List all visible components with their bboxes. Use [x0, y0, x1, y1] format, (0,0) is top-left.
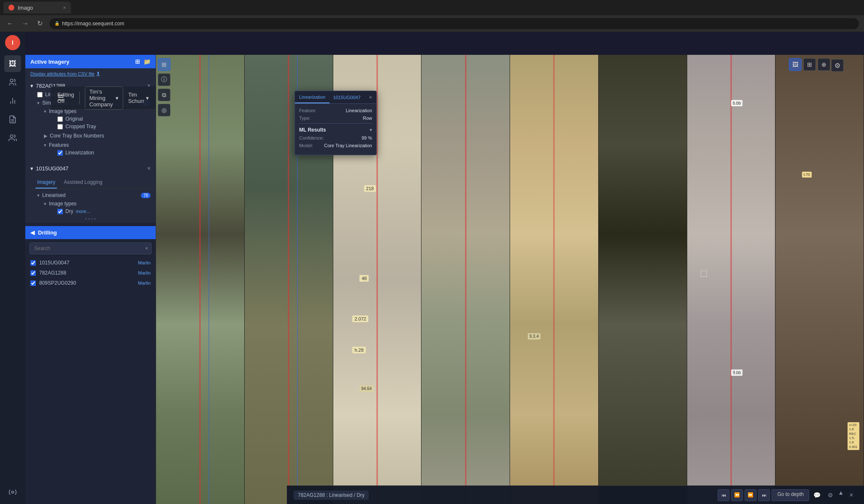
panel-icon-table[interactable]: ⊞ [135, 58, 140, 65]
left-viewer-toolbar: ⊞ ⓘ ⧉ ◎ [156, 55, 172, 120]
sidebar-item-users[interactable] [4, 74, 21, 91]
drill-checkbox-809[interactable] [30, 280, 36, 286]
sidebar-item-team[interactable] [4, 129, 21, 146]
bar-close-button[interactable]: × [845, 489, 857, 501]
nav-next-fast-button[interactable]: ⏩ [745, 489, 756, 501]
simple-core-tray-expand-icon[interactable]: ▾ [37, 100, 40, 106]
features-row[interactable]: ▾ Features [44, 141, 151, 149]
core-column-7: b.bb 9.bb [687, 55, 776, 504]
core-tray-box-label: Core Tray Box Numbers [50, 133, 104, 139]
header-right: Editing Off Tim's Mining Company ▾ Tim S… [57, 86, 149, 110]
core-tray-box-row[interactable]: ▶ Core Tray Box Numbers [44, 132, 151, 140]
depth-label-218: 218 [364, 185, 376, 192]
forward-button[interactable]: → [20, 18, 30, 29]
core-images-container: 218 48 2.072 h.28 94.64 9.3.4 b.b [156, 55, 864, 504]
company-chevron-icon: ▾ [116, 95, 119, 101]
layers-button[interactable]: ⧉ [158, 89, 170, 101]
cropped-tray-checkbox[interactable] [57, 124, 63, 129]
borehole-name-1015: ▾ 1015UG0047 [30, 165, 68, 172]
popup-confidence-value: 99 % [362, 135, 372, 140]
refresh-button[interactable]: ↻ [35, 18, 44, 29]
image-view-button[interactable]: 🖼 [789, 58, 802, 71]
popup-expand-icon[interactable]: ▾ [370, 127, 372, 133]
svg-point-6 [10, 135, 13, 138]
popup-confidence-row: Confidence: 99 % [299, 135, 372, 140]
lock-icon: 🔒 [54, 21, 59, 26]
core-image-4 [421, 55, 510, 504]
original-checkbox[interactable] [57, 116, 63, 122]
core-tray-expand-icon[interactable]: ▶ [44, 133, 47, 139]
borehole-close-button-1015[interactable]: × [147, 165, 151, 172]
sidebar-item-settings[interactable] [4, 484, 21, 501]
drag-dot [85, 218, 87, 220]
image-types-1015-label: Image types [49, 201, 76, 207]
goto-depth-button[interactable]: Go to depth [772, 489, 809, 501]
drilling-header[interactable]: ◀ Drilling [25, 226, 156, 239]
popup-type-row: Type: Row [299, 116, 372, 121]
header-bar: ☰ Editing Off Tim's Mining Company ▾ Tim… [51, 86, 156, 110]
csv-link[interactable]: Display attributes from CSV file ⬆ [25, 68, 156, 79]
viewer-settings-button[interactable]: ⚙ [831, 59, 844, 72]
core-column-6 [599, 55, 687, 504]
bar-comment-icon[interactable]: 💬 [811, 489, 823, 501]
bar-settings-icon[interactable]: ⚙ [824, 489, 836, 501]
panel-icon-folder[interactable]: 📁 [143, 58, 151, 65]
address-bar[interactable]: 🔒 https://imago.seequent.com [49, 18, 859, 29]
user-menu-button[interactable]: Tim Schurr ▾ [128, 92, 149, 104]
popup-borehole-id: 1015UG0047 [329, 92, 364, 103]
nav-first-button[interactable]: ⏮ [718, 489, 729, 501]
search-clear-icon[interactable]: × [145, 245, 148, 251]
drill-checkbox-1015[interactable] [30, 260, 36, 266]
menu-button[interactable]: ☰ [57, 93, 64, 102]
nav-last-button[interactable]: ⏭ [758, 489, 770, 501]
depth-label-notes: x=201.8REC1.5-1.80.901 [848, 422, 859, 450]
features-section: ▾ Features Linearization [37, 140, 151, 157]
popup-close-button[interactable]: × [364, 91, 376, 103]
company-selector[interactable]: Tim's Mining Company ▾ [85, 86, 123, 110]
grid-view-button[interactable]: ⊞ [803, 58, 816, 71]
nav-prev-fast-button[interactable]: ⏪ [731, 489, 743, 501]
csv-upload-icon: ⬆ [96, 71, 100, 76]
tab-close-button[interactable]: × [63, 5, 66, 10]
user-name: Tim Schurr [128, 92, 144, 104]
globe-view-button[interactable]: ⊕ [818, 58, 830, 71]
brain-button[interactable]: ◎ [158, 104, 170, 116]
table-view-button[interactable]: ⊞ [158, 58, 170, 71]
csv-link-text: Display attributes from CSV file [30, 71, 94, 76]
sidebar-item-reports[interactable] [4, 111, 21, 128]
linearised-row[interactable]: ▾ Linearised 78 [37, 191, 151, 199]
tab-imagery[interactable]: Imagery [35, 178, 57, 189]
features-expand-icon[interactable]: ▾ [44, 143, 46, 148]
linearised-expand-icon[interactable]: ▾ [37, 193, 40, 198]
original-label: Original [65, 116, 83, 122]
browser-tab[interactable]: Imago × [3, 2, 71, 13]
sidebar-item-image-viewer[interactable]: 🖼 [4, 55, 21, 72]
tab-title: Imago [18, 5, 33, 11]
info-button[interactable]: ⓘ [158, 73, 170, 86]
image-types-expand-icon[interactable]: ▾ [44, 109, 46, 114]
search-input[interactable] [30, 243, 151, 254]
tab-assisted-logging[interactable]: Assisted Logging [62, 178, 104, 189]
image-types-1015-expand-icon[interactable]: ▾ [44, 201, 46, 207]
dry-checkbox[interactable] [57, 209, 63, 214]
popup-tab-linearization[interactable]: Linearization [295, 92, 329, 103]
drag-dot [91, 218, 93, 220]
dry-more-link[interactable]: more... [76, 209, 90, 214]
linearised-section: ▾ Linearised 78 ▾ Image types Dry [30, 191, 151, 217]
bar-expand-icon[interactable]: ▲ [838, 489, 844, 501]
drilling-title: Drilling [38, 229, 57, 236]
popup-model-row: Model: Core Tray Linearization [299, 143, 372, 148]
linearization-checkbox[interactable] [57, 150, 63, 156]
browser-chrome: Imago × ← → ↻ 🔒 https://imago.seequent.c… [0, 0, 864, 32]
popup-model-label: Model: [299, 143, 313, 148]
sidebar-item-analytics[interactable] [4, 92, 21, 109]
back-button[interactable]: ← [5, 18, 15, 29]
expand-arrow-1015-icon[interactable]: ▾ [30, 165, 33, 172]
linear-checkbox[interactable] [37, 92, 43, 97]
image-types-1015-row[interactable]: ▾ Image types [44, 200, 151, 208]
drill-checkbox-782[interactable] [30, 270, 36, 276]
expand-arrow-icon[interactable]: ▾ [30, 83, 33, 89]
drilling-section: ◀ Drilling × 1015UG0047 Marlin 782AG1288… [25, 226, 156, 291]
core-image-7 [687, 55, 775, 504]
image-viewer[interactable]: ⊞ ⓘ ⧉ ◎ 🖼 ⊞ ⊕ ⚙ [156, 55, 864, 504]
